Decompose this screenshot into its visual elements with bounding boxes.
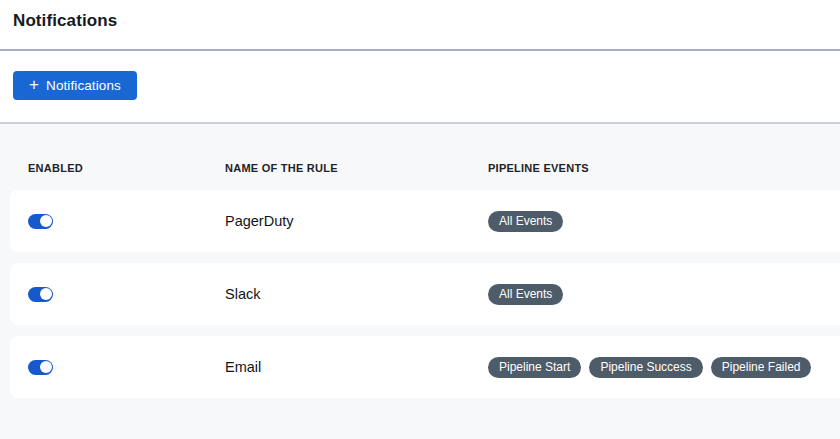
add-notification-button[interactable]: + Notifications (13, 71, 137, 100)
table-row: PagerDuty All Events (10, 190, 840, 252)
pipeline-events-cell: Pipeline StartPipeline SuccessPipeline F… (488, 357, 840, 378)
column-header-pipeline-events: PIPELINE EVENTS (488, 162, 840, 174)
table-body: PagerDuty All Events Slack All Events Em… (0, 190, 840, 398)
pipeline-event-badge: Pipeline Start (488, 357, 581, 378)
table-header-row: ENABLED NAME OF THE RULE PIPELINE EVENTS (0, 124, 840, 190)
pipeline-event-badge: All Events (488, 284, 563, 305)
enabled-toggle[interactable] (28, 360, 53, 375)
toggle-knob (40, 215, 52, 227)
add-notification-button-label: Notifications (46, 78, 121, 93)
pipeline-events-cell: All Events (488, 284, 840, 305)
column-header-enabled: ENABLED (28, 162, 225, 174)
enabled-cell (28, 214, 225, 229)
page-header: Notifications (0, 0, 840, 51)
pipeline-event-badge: Pipeline Failed (711, 357, 812, 378)
toggle-knob (40, 288, 52, 300)
pipeline-event-badge: All Events (488, 211, 563, 232)
toggle-knob (40, 361, 52, 373)
plus-icon: + (29, 76, 39, 93)
enabled-toggle[interactable] (28, 287, 53, 302)
table-row: Email Pipeline StartPipeline SuccessPipe… (10, 336, 840, 398)
enabled-toggle[interactable] (28, 214, 53, 229)
rule-name: PagerDuty (225, 213, 488, 229)
pipeline-event-badge: Pipeline Success (589, 357, 702, 378)
toolbar: + Notifications (0, 51, 840, 120)
page-title: Notifications (13, 11, 117, 31)
column-header-name: NAME OF THE RULE (225, 162, 488, 174)
table-row: Slack All Events (10, 263, 840, 325)
enabled-cell (28, 360, 225, 375)
pipeline-events-cell: All Events (488, 211, 840, 232)
rule-name: Email (225, 359, 488, 375)
notifications-page: Notifications + Notifications ENABLED NA… (0, 0, 840, 439)
enabled-cell (28, 287, 225, 302)
notifications-table: ENABLED NAME OF THE RULE PIPELINE EVENTS… (0, 122, 840, 439)
rule-name: Slack (225, 286, 488, 302)
